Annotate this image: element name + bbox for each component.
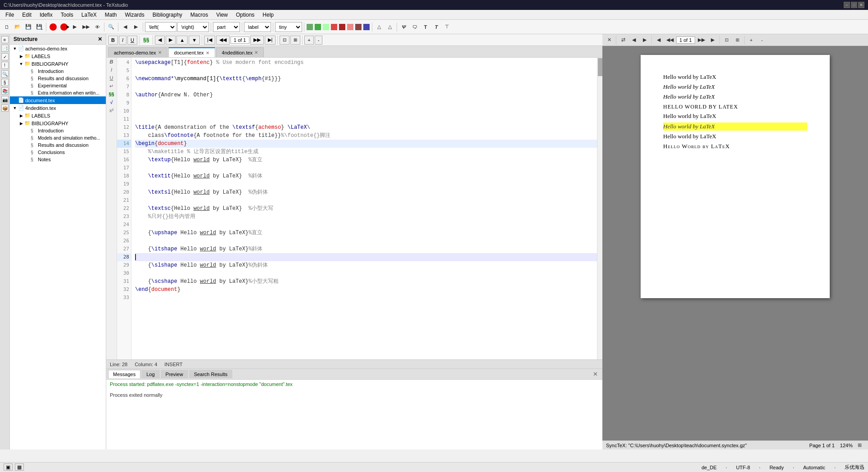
tab-4nd[interactable]: 4ndedition.tex ✕ bbox=[216, 47, 264, 57]
preview-fwd-btn[interactable]: ▶ bbox=[640, 35, 650, 45]
tree-biblio1[interactable]: ▼ 📁 BIBLIOGRAPHY bbox=[10, 60, 106, 68]
zoom-in[interactable]: + bbox=[304, 36, 313, 45]
nav-right[interactable]: ▶ bbox=[166, 36, 176, 45]
right-bracket-select[interactable]: \right) bbox=[177, 22, 209, 32]
underline-btn[interactable]: U bbox=[127, 36, 137, 45]
menu-bibliography[interactable]: Bibliography bbox=[149, 11, 186, 19]
tree-models[interactable]: § Models and simulation metho... bbox=[10, 134, 106, 141]
tree-achemso[interactable]: ▼ 📄 achemso-demo.tex bbox=[10, 45, 106, 52]
tree-intro1[interactable]: § Introduction bbox=[10, 68, 106, 75]
tree-extra[interactable]: § Extra information when writin... bbox=[10, 89, 106, 96]
tab-close-btn[interactable]: ✕ bbox=[158, 50, 162, 55]
menu-options[interactable]: Options bbox=[232, 11, 258, 19]
menu-tools[interactable]: Tools bbox=[57, 11, 77, 19]
minimize-btn[interactable]: – bbox=[844, 2, 850, 8]
view-btn[interactable]: 👁 bbox=[92, 22, 102, 32]
pkg-icon[interactable]: 📦 bbox=[1, 104, 9, 112]
preview-close-btn[interactable]: ✕ bbox=[604, 35, 614, 45]
find-icon[interactable]: 🔍 bbox=[1, 70, 9, 77]
struct-icon[interactable]: ≡ bbox=[1, 36, 9, 43]
bkmk-icon[interactable]: 📑 bbox=[1, 45, 9, 52]
structure-close-btn[interactable]: ✕ bbox=[98, 36, 102, 42]
tree-conclusions[interactable]: § Conclusions bbox=[10, 149, 106, 156]
bold-btn[interactable]: B bbox=[108, 36, 118, 45]
tree-notes[interactable]: § Notes bbox=[10, 156, 106, 163]
next-page-btn2[interactable]: ▶ bbox=[708, 35, 718, 45]
nav-left[interactable]: ◀ bbox=[155, 36, 165, 45]
menu-help[interactable]: Help bbox=[259, 11, 277, 19]
tri2-btn[interactable]: △ bbox=[385, 22, 395, 32]
bottom-tab-preview[interactable]: Preview bbox=[161, 370, 188, 378]
tab-achemso[interactable]: achemso-demo.tex ✕ bbox=[108, 47, 167, 57]
code-content[interactable]: \usepackage[T1]{fontenc} % Use modern fo… bbox=[131, 58, 597, 359]
menu-file[interactable]: File bbox=[2, 11, 18, 19]
tree-results1[interactable]: § Results and discussion bbox=[10, 75, 106, 82]
zoom-out[interactable]: - bbox=[315, 36, 323, 45]
math2-btn[interactable]: 🗨 bbox=[410, 22, 420, 32]
tree-document[interactable]: 📄 document.tex bbox=[10, 96, 106, 104]
open-file-btn[interactable]: 📂 bbox=[13, 22, 23, 32]
tab-document[interactable]: document.tex ✕ bbox=[168, 47, 215, 57]
math5-btn[interactable]: ⊤ bbox=[442, 22, 452, 32]
snap-icon[interactable]: 📷 bbox=[1, 96, 9, 103]
save-file-btn[interactable]: 💾 bbox=[23, 22, 33, 32]
fit-w-btn[interactable]: ⊡ bbox=[722, 35, 732, 45]
nav-back[interactable]: ◀◀ bbox=[216, 36, 230, 45]
menu-macros[interactable]: Macros bbox=[187, 11, 212, 19]
todo-icon[interactable]: ✓ bbox=[1, 53, 9, 60]
math1-btn[interactable]: Ψ bbox=[399, 22, 409, 32]
bottom-close-btn[interactable]: ✕ bbox=[590, 371, 601, 377]
menu-wizards[interactable]: Wizards bbox=[121, 11, 148, 19]
menu-math[interactable]: Math bbox=[101, 11, 121, 19]
tree-4nd[interactable]: ▼ 📄 4ndedition.tex bbox=[10, 104, 106, 112]
nav-begin[interactable]: |◀ bbox=[204, 36, 215, 45]
toc-icon[interactable]: § bbox=[1, 79, 9, 86]
size-select[interactable]: tiny bbox=[275, 22, 302, 32]
nav-up[interactable]: ▲ bbox=[176, 36, 188, 45]
forward-btn[interactable]: ▶ bbox=[131, 22, 141, 32]
build-btn[interactable]: ▶ bbox=[70, 22, 80, 32]
stop-btn[interactable] bbox=[48, 22, 58, 32]
tree-labels2[interactable]: ▶ 📁 LABELS bbox=[10, 112, 106, 119]
scrollbar-thumb[interactable] bbox=[598, 58, 602, 76]
close-btn[interactable]: ✕ bbox=[858, 2, 864, 8]
nav-end[interactable]: ▶| bbox=[265, 36, 276, 45]
fit-page[interactable]: ⊞ bbox=[290, 36, 300, 45]
tree-results2[interactable]: § Results and discussion bbox=[10, 141, 106, 149]
fit-p-btn[interactable]: ⊞ bbox=[732, 35, 742, 45]
status-icon-2[interactable]: ▦ bbox=[15, 463, 24, 471]
back-btn[interactable]: ◀ bbox=[120, 22, 130, 32]
maximize-btn[interactable]: □ bbox=[851, 2, 857, 8]
err-icon[interactable]: ! bbox=[1, 62, 9, 69]
menu-idefix[interactable]: Idefix bbox=[36, 11, 56, 19]
nav-down[interactable]: ▼ bbox=[189, 36, 200, 45]
status-icon-1[interactable]: ▣ bbox=[4, 463, 13, 471]
synctex-btn[interactable]: ⇄ bbox=[618, 35, 628, 45]
bib-icon[interactable]: 📚 bbox=[1, 87, 9, 95]
editor-scrollbar[interactable] bbox=[597, 58, 602, 359]
tree-intro2[interactable]: § Introduction bbox=[10, 127, 106, 134]
zoom-minus-btn[interactable]: - bbox=[757, 35, 767, 45]
label-select[interactable]: label bbox=[244, 22, 271, 32]
prev-page-btn[interactable]: ◀ bbox=[654, 35, 664, 45]
part-select[interactable]: part bbox=[213, 22, 240, 32]
next-page-btn[interactable]: ▶▶ bbox=[696, 35, 707, 45]
bottom-tab-log[interactable]: Log bbox=[141, 370, 159, 378]
build-view-btn[interactable]: ▶▶ bbox=[81, 22, 91, 32]
zoom-plus-btn[interactable]: + bbox=[746, 35, 756, 45]
stop-btn2[interactable] bbox=[59, 22, 69, 32]
tab-close-btn[interactable]: ✕ bbox=[254, 50, 258, 55]
search-btn[interactable]: 🔍 bbox=[106, 22, 116, 32]
tree-labels1[interactable]: ▶ 📁 LABELS bbox=[10, 52, 106, 60]
math4-btn[interactable]: T bbox=[431, 22, 441, 32]
math3-btn[interactable]: T bbox=[420, 22, 430, 32]
preview-back-btn[interactable]: ◀ bbox=[629, 35, 639, 45]
fit-width[interactable]: ⊡ bbox=[280, 36, 289, 45]
menu-edit[interactable]: Edit bbox=[18, 11, 35, 19]
code-editor[interactable]: B I U ↵ §§ √ x² 4 5 6 7 8 9 10 11 12 13 … bbox=[106, 58, 602, 359]
tab-close-btn[interactable]: ✕ bbox=[206, 50, 209, 55]
left-bracket-select[interactable]: \left( bbox=[145, 22, 176, 32]
zoom-fit-btn[interactable]: ⊞ bbox=[854, 442, 864, 449]
prev-page-btn2[interactable]: ◀◀ bbox=[665, 35, 675, 45]
italic-btn[interactable]: I bbox=[119, 36, 127, 45]
